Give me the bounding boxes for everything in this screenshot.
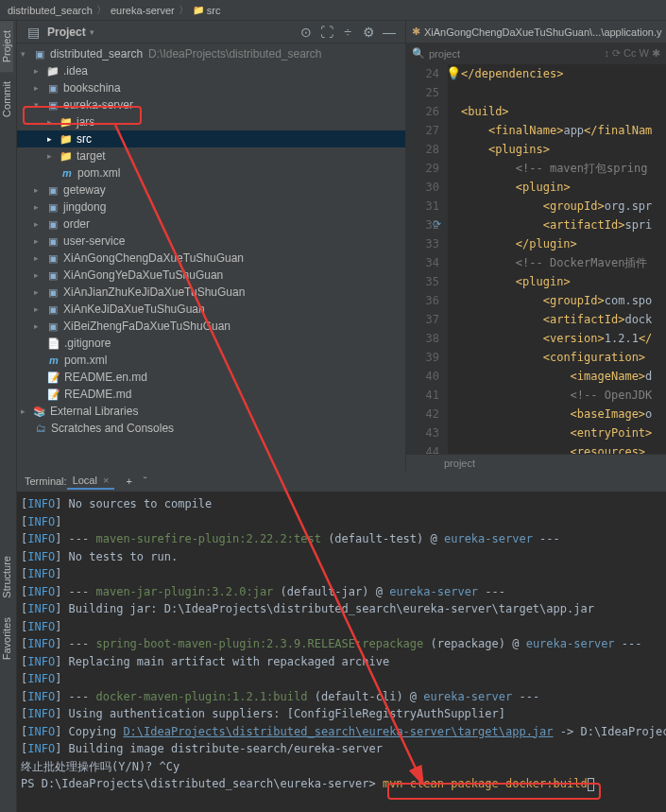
favorites-tool-button[interactable]: Favorites bbox=[0, 608, 13, 669]
crumb-root[interactable]: distributed_search bbox=[8, 5, 93, 16]
module-icon: ▣ bbox=[46, 320, 60, 333]
tree-item-readme[interactable]: 📝README.md bbox=[17, 386, 405, 403]
chevron-right-icon[interactable]: ▸ bbox=[34, 66, 43, 76]
collapse-all-icon[interactable]: ÷ bbox=[340, 25, 355, 40]
search-icon: 🔍 bbox=[412, 47, 425, 60]
project-tool-button[interactable]: Project bbox=[0, 21, 13, 72]
editor-search-bar[interactable]: 🔍 project ↕ ⟳ Cc W ✱ bbox=[406, 43, 666, 64]
panel-select-icon[interactable]: ▾ bbox=[90, 27, 94, 37]
locate-icon[interactable]: ⊙ bbox=[299, 25, 314, 40]
tree-item-x3[interactable]: ▸▣XiAnJianZhuKeJiDaXueTuShuGuan bbox=[17, 284, 405, 301]
tree-item-eureka[interactable]: ▾▣eureka-server bbox=[17, 96, 405, 113]
chevron-right-icon[interactable]: ▸ bbox=[47, 151, 57, 161]
tree-label: XiAnGongYeDaXueTuShuGuan bbox=[63, 268, 223, 282]
chevron-right-icon[interactable]: ▸ bbox=[34, 83, 43, 93]
tree-label: order bbox=[63, 217, 90, 231]
tree-label: pom.xml bbox=[64, 354, 107, 367]
tree-label: Scratches and Consoles bbox=[51, 422, 174, 435]
terminal-dropdown-icon[interactable]: ˇ bbox=[144, 475, 147, 487]
tree-item-jingdong[interactable]: ▸▣jingdong bbox=[17, 199, 405, 216]
terminal-panel: Terminal: Local × + ˇ [INFO] No sources … bbox=[17, 471, 666, 812]
tree-item-x1[interactable]: ▸▣XiAnGongChengDaXueTuShuGuan bbox=[17, 250, 405, 267]
crumb-leaf[interactable]: src bbox=[207, 5, 221, 16]
tree-item-bookschina[interactable]: ▸▣bookschina bbox=[17, 79, 405, 96]
chevron-right-icon[interactable]: ▸ bbox=[34, 287, 43, 297]
chevron-right-icon[interactable]: ▸ bbox=[34, 185, 43, 195]
tree-label: .idea bbox=[63, 64, 88, 78]
expand-all-icon[interactable]: ⛶ bbox=[319, 25, 334, 40]
editor-gutter: 2425262728293031323334353637383940414243… bbox=[406, 64, 448, 454]
terminal-body[interactable]: [INFO] No sources to compile[INFO][INFO]… bbox=[17, 492, 666, 812]
chevron-right-icon[interactable]: ▸ bbox=[34, 253, 43, 263]
crumb-arrow-icon: 〉 bbox=[96, 3, 107, 17]
md-icon: 📝 bbox=[47, 388, 60, 401]
tree-label: user-service bbox=[63, 234, 125, 248]
hide-icon[interactable]: — bbox=[382, 25, 397, 40]
chevron-right-icon[interactable]: ▸ bbox=[34, 202, 43, 212]
tree-item-ext-lib[interactable]: ▸📚External Libraries bbox=[17, 403, 405, 420]
project-panel-header: ▤ Project ▾ ⊙ ⛶ ÷ ⚙ — bbox=[17, 21, 405, 43]
file-type-icon: ✱ bbox=[412, 26, 420, 38]
chevron-right-icon[interactable]: ▸ bbox=[34, 270, 43, 280]
tree-item-gitignore[interactable]: 📄.gitignore bbox=[17, 335, 405, 352]
tree-root[interactable]: ▾ ▣ distributed_search D:\IdeaProjects\d… bbox=[17, 45, 405, 62]
gutter-run-icon[interactable]: ⟳ bbox=[433, 216, 441, 234]
tree-label: geteway bbox=[63, 183, 106, 197]
panel-title[interactable]: Project bbox=[47, 26, 86, 39]
tree-label: target bbox=[77, 149, 106, 163]
chevron-down-icon[interactable]: ▾ bbox=[34, 100, 43, 110]
tree-label: src bbox=[77, 132, 92, 146]
chevron-right-icon[interactable]: ▸ bbox=[34, 304, 43, 314]
tree-item-src[interactable]: ▸📁src bbox=[17, 130, 405, 147]
module-icon: ▣ bbox=[33, 47, 46, 60]
left-tool-stripe: Project Commit bbox=[0, 21, 17, 471]
tree-item-x5[interactable]: ▸▣XiBeiZhengFaDaXueTuShuGuan bbox=[17, 318, 405, 335]
tree-item-order[interactable]: ▸▣order bbox=[17, 216, 405, 233]
chevron-right-icon[interactable]: ▸ bbox=[47, 117, 57, 127]
tree-item-idea[interactable]: ▸📁.idea bbox=[17, 62, 405, 79]
editor-breadcrumb[interactable]: project bbox=[406, 454, 666, 471]
code-editor[interactable]: 2425262728293031323334353637383940414243… bbox=[406, 64, 666, 454]
module-icon: ▣ bbox=[46, 183, 60, 197]
commit-tool-button[interactable]: Commit bbox=[0, 72, 13, 127]
tree-item-pom[interactable]: mpom.xml bbox=[17, 164, 405, 181]
maven-icon: m bbox=[47, 354, 60, 367]
file-icon: 📄 bbox=[47, 337, 60, 350]
tree-item-geteway[interactable]: ▸▣geteway bbox=[17, 181, 405, 199]
chevron-right-icon[interactable]: ▸ bbox=[47, 134, 57, 144]
project-view-icon[interactable]: ▤ bbox=[26, 25, 41, 40]
search-input[interactable]: project bbox=[429, 48, 460, 60]
chevron-right-icon[interactable]: ▸ bbox=[21, 406, 30, 416]
chevron-right-icon[interactable]: ▸ bbox=[34, 321, 43, 331]
chevron-down-icon[interactable]: ▾ bbox=[21, 49, 30, 59]
module-icon: ▣ bbox=[46, 98, 60, 112]
tree-label: jingdong bbox=[63, 200, 106, 214]
tree-item-user-service[interactable]: ▸▣user-service bbox=[17, 233, 405, 250]
structure-tool-button[interactable]: Structure bbox=[0, 546, 13, 608]
tree-item-jars[interactable]: ▸📁jars bbox=[17, 113, 405, 130]
gear-icon[interactable]: ⚙ bbox=[361, 25, 376, 40]
tree-item-scratches[interactable]: 🗂Scratches and Consoles bbox=[17, 420, 405, 437]
tree-item-readme-en[interactable]: 📝README.en.md bbox=[17, 369, 405, 386]
tree-path: D:\IdeaProjects\distributed_search bbox=[148, 47, 321, 60]
chevron-right-icon[interactable]: ▸ bbox=[34, 219, 43, 229]
editor-crumb[interactable]: project bbox=[444, 458, 475, 469]
close-icon[interactable]: × bbox=[103, 475, 109, 486]
new-terminal-icon[interactable]: + bbox=[126, 475, 131, 487]
tree-item-x4[interactable]: ▸▣XiAnKeJiDaXueTuShuGuan bbox=[17, 301, 405, 318]
crumb-mid[interactable]: eureka-server bbox=[111, 5, 175, 16]
tree-item-x2[interactable]: ▸▣XiAnGongYeDaXueTuShuGuan bbox=[17, 267, 405, 284]
editor-tab[interactable]: ✱ XiAnGongChengDaXueTuShuGuan\...\applic… bbox=[406, 21, 666, 43]
chevron-right-icon[interactable]: ▸ bbox=[34, 236, 43, 246]
tree-item-pom-root[interactable]: mpom.xml bbox=[17, 352, 405, 369]
search-tools[interactable]: ↕ ⟳ Cc W ✱ bbox=[604, 47, 660, 60]
editor-code[interactable]: 💡 </dependencies><build> <finalName>app<… bbox=[448, 64, 666, 454]
folder-icon: 📁 bbox=[60, 115, 73, 129]
bulb-icon[interactable]: 💡 bbox=[446, 66, 461, 80]
tree-label: README.md bbox=[64, 388, 131, 401]
project-tree[interactable]: ▾ ▣ distributed_search D:\IdeaProjects\d… bbox=[17, 43, 405, 471]
tree-label: .gitignore bbox=[64, 337, 111, 350]
tree-label: XiAnKeJiDaXueTuShuGuan bbox=[63, 302, 205, 316]
terminal-tab[interactable]: Local × bbox=[67, 473, 115, 490]
tree-item-target[interactable]: ▸📁target bbox=[17, 147, 405, 164]
